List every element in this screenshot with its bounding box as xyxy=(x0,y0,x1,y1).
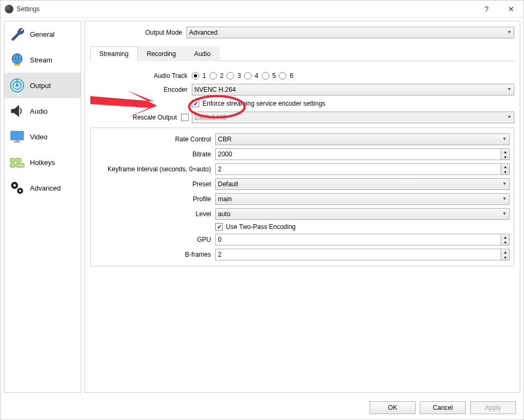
bframes-spin[interactable]: 2▴▾ xyxy=(215,249,510,260)
svg-point-14 xyxy=(13,184,16,187)
output-mode-combo[interactable]: Advanced xyxy=(186,27,514,38)
audio-track-radio-1[interactable] xyxy=(192,72,199,80)
rescale-combo: 2560x1440 xyxy=(192,112,514,123)
broadcast-icon xyxy=(9,77,26,94)
streaming-tab-content: Audio Track 1 2 3 4 5 6 Encoder NVENC H.… xyxy=(90,67,514,266)
twopass-label: Use Two-Pass Encoding xyxy=(226,223,296,231)
encoder-combo[interactable]: NVENC H.264 xyxy=(192,84,514,96)
sidebar-item-stream[interactable]: Stream xyxy=(4,47,81,73)
wrench-icon xyxy=(9,26,26,43)
tab-recording[interactable]: Recording xyxy=(138,46,185,61)
svg-rect-9 xyxy=(10,159,15,163)
app-icon xyxy=(5,5,13,13)
keyframe-spin[interactable]: 2▴▾ xyxy=(215,163,510,175)
titlebar: Settings ? ✕ xyxy=(1,1,523,18)
window-title: Settings xyxy=(17,5,40,13)
sidebar-item-video[interactable]: Video xyxy=(4,124,81,149)
sidebar-item-label: General xyxy=(30,30,54,38)
audio-track-radio-5[interactable] xyxy=(262,72,269,80)
ok-button[interactable]: OK xyxy=(370,401,416,414)
preset-combo[interactable]: Default xyxy=(215,178,510,190)
dialog-footer: OK Cancel Apply xyxy=(1,396,523,419)
sidebar: General Stream Output Audio xyxy=(4,21,81,393)
sidebar-item-hotkeys[interactable]: Hotkeys xyxy=(4,149,81,175)
rescale-label: Rescale Output xyxy=(90,114,181,121)
output-mode-label: Output Mode xyxy=(90,29,186,36)
monitor-icon xyxy=(9,128,26,145)
profile-combo[interactable]: main xyxy=(215,193,510,205)
enforce-label: Enforce streaming service encoder settin… xyxy=(202,100,325,107)
help-button[interactable]: ? xyxy=(474,1,499,18)
svg-rect-6 xyxy=(11,131,24,140)
svg-rect-7 xyxy=(15,141,19,142)
audio-track-radio-3[interactable] xyxy=(226,72,234,80)
rate-control-label: Rate Control xyxy=(95,136,215,143)
sidebar-item-label: Video xyxy=(30,133,48,141)
sidebar-item-label: Stream xyxy=(30,56,52,64)
level-label: Level xyxy=(95,210,215,218)
settings-window: Settings ? ✕ General Stream xyxy=(0,0,524,420)
close-button[interactable]: ✕ xyxy=(499,1,523,18)
tab-audio[interactable]: Audio xyxy=(185,46,220,61)
audio-track-radio-2[interactable] xyxy=(209,72,217,80)
globe-icon xyxy=(9,51,26,68)
sidebar-item-general[interactable]: General xyxy=(4,21,81,47)
gpu-spin[interactable]: 0▴▾ xyxy=(215,234,510,245)
svg-point-16 xyxy=(19,190,21,192)
bitrate-label: Bitrate xyxy=(95,150,215,158)
svg-rect-11 xyxy=(10,163,15,168)
audio-track-label: Audio Track xyxy=(90,72,192,80)
encoder-label: Encoder xyxy=(90,86,192,93)
audio-track-radio-6[interactable] xyxy=(279,72,286,80)
gears-icon xyxy=(9,179,26,196)
output-tabs: Streaming Recording Audio xyxy=(90,46,514,61)
enforce-checkbox[interactable] xyxy=(192,100,199,107)
speaker-icon xyxy=(9,102,26,120)
svg-rect-1 xyxy=(14,64,20,66)
sidebar-item-label: Advanced xyxy=(30,184,61,192)
sidebar-item-label: Output xyxy=(30,82,51,90)
level-combo[interactable]: auto xyxy=(215,208,510,220)
twopass-checkbox[interactable] xyxy=(215,223,223,231)
svg-rect-12 xyxy=(16,163,24,168)
svg-rect-8 xyxy=(13,141,20,142)
keyboard-icon xyxy=(9,154,26,171)
sidebar-item-audio[interactable]: Audio xyxy=(4,98,81,124)
profile-label: Profile xyxy=(95,195,215,203)
sidebar-item-advanced[interactable]: Advanced xyxy=(4,175,81,201)
sidebar-item-output[interactable]: Output xyxy=(4,73,81,98)
preset-label: Preset xyxy=(95,180,215,188)
rate-control-combo[interactable]: CBR xyxy=(215,133,510,145)
bitrate-spin[interactable]: 2000▴▾ xyxy=(215,148,510,160)
keyframe-label: Keyframe Interval (seconds, 0=auto) xyxy=(95,165,215,173)
rescale-checkbox[interactable] xyxy=(181,114,189,121)
sidebar-item-label: Audio xyxy=(30,107,48,115)
apply-button: Apply xyxy=(470,401,516,414)
gpu-label: GPU xyxy=(95,236,215,243)
audio-track-radios: 1 2 3 4 5 6 xyxy=(192,72,514,80)
tab-streaming[interactable]: Streaming xyxy=(90,46,138,61)
cancel-button[interactable]: Cancel xyxy=(420,401,466,414)
audio-track-radio-4[interactable] xyxy=(244,72,252,80)
sidebar-item-label: Hotkeys xyxy=(30,159,55,167)
bframes-label: B-frames xyxy=(95,251,215,258)
main-panel: Output Mode Advanced Streaming Recording… xyxy=(84,21,520,393)
encoder-settings-panel: Rate Control CBR Bitrate 2000▴▾ Keyframe… xyxy=(90,128,514,266)
svg-rect-10 xyxy=(16,159,21,163)
